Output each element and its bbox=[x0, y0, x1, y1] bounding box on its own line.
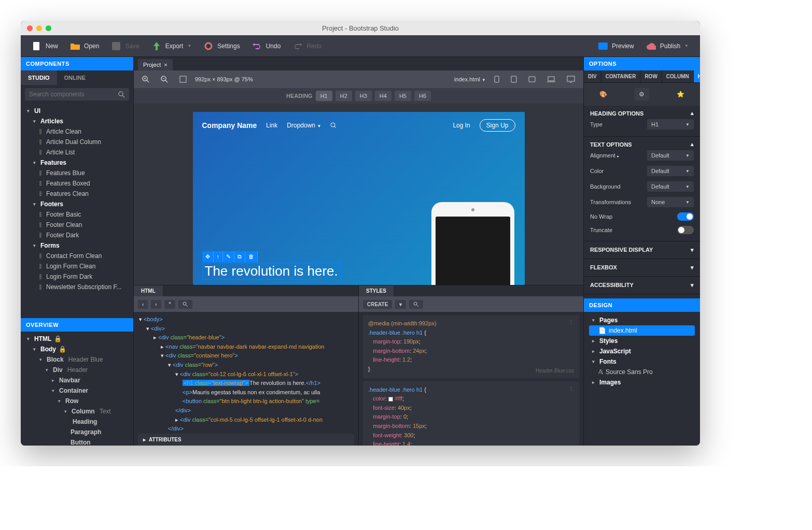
component-item[interactable]: Article Clean bbox=[24, 126, 130, 137]
ov-paragraph[interactable]: Paragraph bbox=[24, 427, 130, 437]
bc-column[interactable]: COLUMN bbox=[662, 70, 694, 82]
ov-heading[interactable]: Heading bbox=[24, 417, 130, 427]
color-select[interactable]: Default▼ bbox=[647, 166, 694, 176]
nav-fwd-icon[interactable]: › bbox=[151, 300, 161, 309]
close-icon[interactable]: × bbox=[164, 62, 167, 68]
publish-button[interactable]: Publish▼ bbox=[640, 35, 695, 56]
group-features[interactable]: ▾Features bbox=[24, 157, 130, 168]
tab-studio[interactable]: STUDIO bbox=[21, 70, 57, 85]
group-footers[interactable]: ▾Footers bbox=[24, 199, 130, 209]
doc-tab-project[interactable]: Project× bbox=[138, 59, 173, 70]
ov-html[interactable]: ▾HTML 🔒 bbox=[24, 334, 130, 344]
h3-chip[interactable]: H3 bbox=[355, 91, 372, 101]
block-menu-icon[interactable]: ⋮ bbox=[568, 384, 574, 394]
design-fonts[interactable]: ▾Fonts bbox=[589, 356, 695, 367]
selected-heading[interactable]: The revolution is here. bbox=[202, 263, 341, 280]
device-laptop-icon[interactable] bbox=[544, 74, 558, 84]
design-javascript[interactable]: ▸JavaScript bbox=[589, 346, 695, 356]
move-icon[interactable]: ✥ bbox=[202, 251, 214, 262]
component-item[interactable]: Article List bbox=[24, 147, 130, 157]
collapse-icon[interactable]: ▴ bbox=[691, 110, 694, 117]
background-select[interactable]: Default▼ bbox=[647, 181, 694, 192]
component-item[interactable]: Login Form Clean bbox=[24, 261, 130, 271]
component-item[interactable]: Features Blue bbox=[24, 168, 130, 178]
component-item[interactable]: Features Clean bbox=[24, 189, 130, 199]
styles-code-body[interactable]: ⋮@media (min-width:992px).header-blue .h… bbox=[359, 312, 583, 446]
preview-brand[interactable]: Company Name bbox=[202, 121, 257, 130]
h4-chip[interactable]: H4 bbox=[375, 91, 391, 101]
html-panel-tab[interactable]: HTML bbox=[134, 285, 163, 296]
ov-container[interactable]: ▾Container bbox=[24, 385, 130, 396]
up-icon[interactable]: ↑ bbox=[214, 251, 223, 262]
preview-signup[interactable]: Sign Up bbox=[480, 119, 515, 132]
tab-online[interactable]: ONLINE bbox=[57, 70, 93, 85]
styles-panel-tab[interactable]: STYLES bbox=[359, 285, 394, 296]
bc-row[interactable]: ROW bbox=[640, 70, 662, 82]
component-item[interactable]: Footer Dark bbox=[24, 230, 130, 240]
search-icon[interactable] bbox=[409, 300, 423, 309]
preview-dropdown[interactable]: Dropdown ▼ bbox=[287, 122, 321, 129]
flexbox-section[interactable]: FLEXBOX▾ bbox=[584, 259, 700, 277]
html-code-body[interactable]: ▾ <body>▾ <div>▸ <div class="header-blue… bbox=[134, 312, 358, 432]
alignment-select[interactable]: Default▼ bbox=[647, 150, 694, 161]
preview-login[interactable]: Log In bbox=[453, 122, 470, 129]
nav-up-icon[interactable]: ˄ bbox=[164, 300, 175, 309]
component-item[interactable]: Login Form Dark bbox=[24, 271, 130, 282]
export-button[interactable]: Export▼ bbox=[146, 35, 198, 56]
device-tablet-icon[interactable] bbox=[508, 74, 520, 85]
h6-chip[interactable]: H6 bbox=[414, 91, 431, 101]
bc-div[interactable]: DIV bbox=[584, 70, 601, 82]
ov-div[interactable]: ▾DivHeader bbox=[24, 365, 130, 375]
preview-link[interactable]: Link bbox=[266, 122, 277, 129]
component-item[interactable]: Footer Clean bbox=[24, 220, 130, 230]
current-file[interactable]: index.html ▼ bbox=[454, 76, 486, 82]
palette-icon[interactable]: 🎨 bbox=[596, 88, 610, 101]
nav-back-icon[interactable]: ‹ bbox=[138, 300, 148, 309]
accessibility-section[interactable]: ACCESSIBILITY▾ bbox=[584, 277, 700, 294]
ov-row[interactable]: ▾Row bbox=[24, 396, 130, 406]
search-icon[interactable] bbox=[118, 91, 125, 98]
ov-block[interactable]: ▾BlockHeader Blue bbox=[24, 354, 130, 365]
design-pages[interactable]: ▾Pages bbox=[589, 315, 695, 325]
minimize-window-icon[interactable] bbox=[36, 25, 42, 31]
truncate-toggle[interactable] bbox=[677, 226, 694, 234]
group-articles[interactable]: ▾Articles bbox=[24, 116, 130, 126]
fit-icon[interactable] bbox=[176, 74, 190, 85]
design-styles[interactable]: ▸Styles bbox=[589, 336, 695, 346]
device-tablet-wide-icon[interactable] bbox=[525, 74, 539, 84]
design-images[interactable]: ▸Images bbox=[589, 377, 695, 388]
nowrap-toggle[interactable] bbox=[677, 212, 694, 221]
device-desktop-icon[interactable] bbox=[564, 74, 578, 85]
h2-chip[interactable]: H2 bbox=[335, 91, 352, 101]
transformations-select[interactable]: None▼ bbox=[647, 197, 694, 207]
component-item[interactable]: Features Boxed bbox=[24, 178, 130, 189]
group-forms[interactable]: ▾Forms bbox=[24, 240, 130, 251]
settings-button[interactable]: Settings bbox=[198, 35, 246, 56]
save-button[interactable]: Save bbox=[105, 35, 145, 56]
bc-container[interactable]: CONTAINER bbox=[601, 70, 641, 82]
collapse-icon[interactable]: ▴ bbox=[691, 141, 694, 148]
maximize-window-icon[interactable] bbox=[46, 25, 51, 31]
ov-button[interactable]: Button bbox=[24, 437, 130, 446]
design-font-item[interactable]: 𝔸Source Sans Pro bbox=[589, 367, 695, 377]
edit-icon[interactable]: ✎ bbox=[223, 251, 234, 262]
component-item[interactable]: Footer Basic bbox=[24, 209, 130, 220]
ov-body[interactable]: ▾Body 🔒 bbox=[24, 344, 130, 354]
design-index[interactable]: 📄index.html bbox=[589, 325, 695, 336]
type-select[interactable]: H1▼ bbox=[647, 119, 694, 130]
component-item[interactable]: Newsletter Subscription F... bbox=[24, 282, 130, 292]
component-item[interactable]: Article Dual Column bbox=[24, 137, 130, 147]
open-button[interactable]: Open bbox=[64, 35, 105, 56]
search-input[interactable] bbox=[29, 91, 118, 98]
new-button[interactable]: New bbox=[26, 35, 64, 56]
create-style-button[interactable]: CREATE bbox=[363, 300, 392, 309]
h5-chip[interactable]: H5 bbox=[395, 91, 411, 101]
ov-navbar[interactable]: ▸Navbar bbox=[24, 375, 130, 385]
preview-button[interactable]: Preview bbox=[592, 35, 640, 56]
gear-icon[interactable]: ⚙ bbox=[635, 88, 649, 101]
close-window-icon[interactable] bbox=[27, 25, 33, 31]
zoom-in-icon[interactable] bbox=[139, 74, 152, 85]
ov-column[interactable]: ▾ColumnText bbox=[24, 406, 130, 417]
search-icon[interactable] bbox=[178, 300, 192, 309]
h1-chip[interactable]: H1 bbox=[316, 91, 332, 101]
